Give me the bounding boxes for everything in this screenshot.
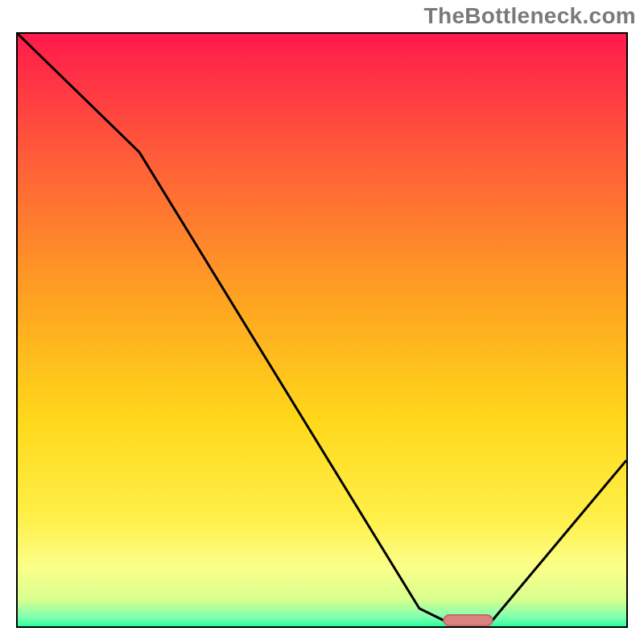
gradient-plot-svg (18, 34, 626, 626)
watermark-text: TheBottleneck.com (424, 3, 636, 29)
plot-area (16, 32, 628, 628)
chart-stage: TheBottleneck.com (0, 0, 644, 644)
optimum-marker (444, 615, 492, 625)
